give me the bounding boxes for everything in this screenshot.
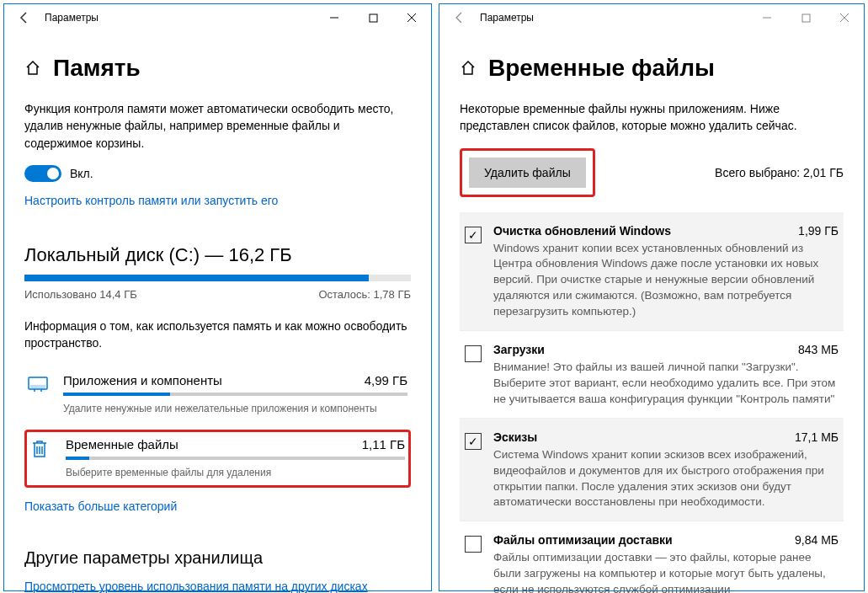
total-selected-label: Всего выбрано: 2,01 ГБ (715, 166, 844, 179)
home-icon[interactable] (24, 60, 41, 77)
item-size: 17,1 МБ (795, 430, 839, 444)
temp-file-item[interactable]: ✓ Эскизы 17,1 МБ Система Windows хранит … (460, 419, 844, 522)
local-disk-heading: Локальный диск (C:) — 16,2 ГБ (24, 244, 411, 266)
close-button[interactable] (392, 4, 431, 31)
storage-info-text: Информация о том, как используется памят… (24, 318, 411, 352)
svg-rect-1 (370, 14, 377, 22)
delete-button-highlight: Удалить файлы (460, 148, 595, 197)
svg-rect-5 (30, 385, 45, 388)
show-more-categories-link[interactable]: Показать больше категорий (24, 500, 411, 513)
page-heading: Временные файлы (488, 55, 715, 82)
window-title: Параметры (473, 12, 748, 24)
minimize-button[interactable] (315, 4, 354, 31)
configure-storage-sense-link[interactable]: Настроить контроль памяти или запустить … (24, 194, 411, 207)
category-label: Временные файлы (66, 437, 178, 451)
item-size: 1,99 ГБ (798, 224, 839, 238)
category-apps[interactable]: Приложения и компоненты 4,99 ГБ Удалите … (24, 370, 411, 421)
item-name: Очистка обновлений Windows (493, 224, 671, 238)
category-subtitle: Выберите временные файлы для удаления (66, 467, 405, 478)
disk-used-label: Использовано 14,4 ГБ (24, 288, 137, 301)
category-temp-files[interactable]: Временные файлы 1,11 ГБ Выберите временн… (24, 430, 411, 488)
item-name: Загрузки (493, 343, 545, 356)
apps-icon (28, 375, 48, 393)
item-name: Эскизы (493, 430, 537, 444)
disk-usage-bar (24, 275, 411, 281)
category-subtitle: Удалите ненужные или нежелательные прило… (63, 403, 407, 414)
window-title: Параметры (38, 12, 315, 24)
checkbox[interactable] (465, 345, 482, 362)
item-description: Внимание! Это файлы из вашей личной папк… (493, 360, 839, 408)
storage-sense-description: Функция контроля памяти может автоматиче… (24, 100, 411, 152)
item-description: Windows хранит копии всех установленных … (493, 241, 839, 320)
storage-sense-toggle[interactable] (24, 165, 61, 182)
titlebar: Параметры (4, 4, 431, 31)
maximize-button[interactable] (786, 4, 825, 31)
settings-storage-window: Параметры Память Функция контроля памяти… (3, 3, 432, 591)
toggle-label: Вкл. (70, 167, 93, 180)
category-label: Приложения и компоненты (63, 373, 222, 387)
delete-files-button[interactable]: Удалить файлы (469, 158, 586, 188)
settings-temp-files-window: Параметры Временные файлы Некоторые врем… (439, 3, 865, 591)
temp-file-item[interactable]: Загрузки 843 МБ Внимание! Это файлы из в… (460, 331, 844, 419)
checkbox[interactable]: ✓ (465, 227, 482, 243)
other-disks-link[interactable]: Просмотреть уровень использования памяти… (24, 580, 411, 593)
item-size: 9,84 МБ (795, 533, 839, 547)
temp-file-item[interactable]: Файлы оптимизации доставки 9,84 МБ Файлы… (460, 521, 844, 593)
category-size: 4,99 ГБ (365, 373, 407, 387)
temp-files-list: ✓ Очистка обновлений Windows 1,99 ГБ Win… (460, 212, 844, 593)
checkbox[interactable]: ✓ (465, 433, 482, 450)
trash-icon (30, 439, 51, 459)
back-button[interactable] (11, 4, 38, 31)
category-bar (63, 393, 407, 396)
temp-files-description: Некоторые временные файлы нужны приложен… (460, 100, 844, 135)
temp-file-item[interactable]: ✓ Очистка обновлений Windows 1,99 ГБ Win… (460, 212, 844, 331)
maximize-button[interactable] (354, 4, 392, 31)
back-button[interactable] (446, 4, 473, 31)
titlebar: Параметры (439, 4, 864, 31)
item-description: Система Windows хранит копии эскизов все… (493, 447, 839, 511)
other-storage-heading: Другие параметры хранилища (24, 548, 411, 568)
minimize-button[interactable] (748, 4, 786, 31)
category-bar (66, 457, 405, 460)
item-name: Файлы оптимизации доставки (493, 533, 673, 547)
svg-rect-9 (802, 14, 810, 22)
checkbox[interactable] (465, 536, 482, 553)
item-size: 843 МБ (798, 343, 839, 356)
disk-free-label: Осталось: 1,78 ГБ (318, 288, 411, 301)
home-icon[interactable] (460, 60, 477, 77)
page-heading: Память (53, 55, 141, 82)
item-description: Файлы оптимизации доставки — это файлы, … (493, 550, 839, 593)
close-button[interactable] (825, 4, 864, 31)
category-size: 1,11 ГБ (362, 437, 405, 451)
